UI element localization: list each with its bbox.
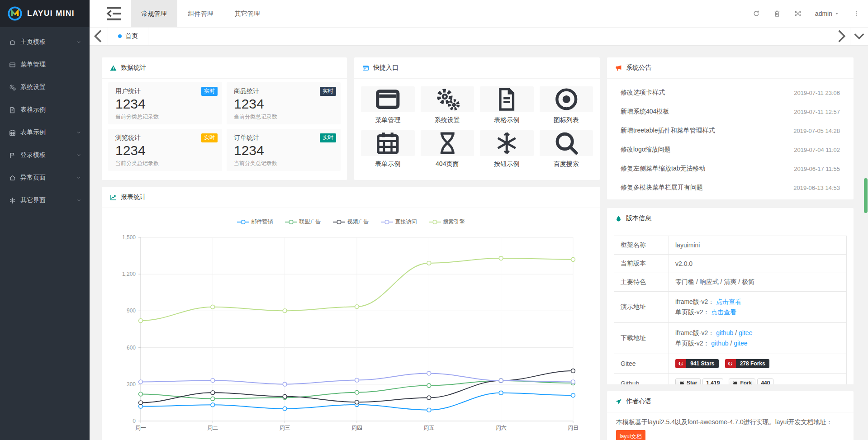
github-badge[interactable]: Fork440 <box>729 378 773 384</box>
stat-label: 浏览统计 <box>115 134 215 142</box>
gitee-badge[interactable]: G941 Stars <box>675 359 719 368</box>
chart-legend: 邮件营销联盟广告视频广告直接访问搜索引擎 <box>102 218 600 226</box>
card-data-stats-header: 数据统计 <box>102 57 347 79</box>
more-vertical-icon <box>853 10 860 17</box>
card-report-header: 报表统计 <box>102 187 600 208</box>
shortcuts-grid: 菜单管理系统设置表格示例图标列表表单示例404页面按钮示例百度搜索 <box>354 79 600 176</box>
shortcut-2[interactable]: 表格示例 <box>480 86 534 124</box>
chevron-down-icon <box>76 198 81 203</box>
tabs-scroll-left-button[interactable] <box>90 27 108 45</box>
sidebar-item-0[interactable]: 主页模板 <box>0 31 90 53</box>
announcement-row[interactable]: 修复左侧菜单缩放tab无法移动2019-06-17 11:55 <box>607 159 854 178</box>
svg-text:周三: 周三 <box>280 425 290 431</box>
tabs-scroll-right-button[interactable] <box>832 27 850 45</box>
tab-home[interactable]: 首页 <box>108 27 148 45</box>
svg-text:周五: 周五 <box>423 425 434 431</box>
more-options-icon[interactable] <box>853 10 860 17</box>
shortcut-label: 表单示例 <box>361 160 415 168</box>
link[interactable]: github <box>716 329 733 336</box>
link[interactable]: 点击查看 <box>711 308 736 316</box>
stat-box-0[interactable]: 用户统计1234当前分类总记录数实时 <box>108 82 222 124</box>
link[interactable]: gitee <box>734 340 747 347</box>
legend-item-1[interactable]: 联盟广告 <box>285 218 321 226</box>
sidebar-item-5[interactable]: 登录模板 <box>0 144 90 166</box>
chevron-down-icon <box>76 175 81 180</box>
shortcut-6[interactable]: 按钮示例 <box>480 130 534 168</box>
legend-item-0[interactable]: 邮件营销 <box>237 218 273 226</box>
link[interactable]: gitee <box>739 329 752 336</box>
shortcut-1[interactable]: 系统设置 <box>421 86 474 124</box>
sidebar-item-label: 其它界面 <box>20 196 46 204</box>
legend-item-3[interactable]: 直接访问 <box>381 218 417 226</box>
version-label: 当前版本 <box>614 255 669 273</box>
announcement-row[interactable]: 新增系统404模板2019-07-11 12:57 <box>607 102 854 121</box>
stat-box-3[interactable]: 订单统计1234当前分类总记录数实时 <box>227 129 341 171</box>
panel-icon <box>362 65 369 71</box>
svg-text:周四: 周四 <box>351 425 362 431</box>
dotcircle-icon <box>540 86 593 112</box>
sidebar-item-3[interactable]: 表格示例 <box>0 99 90 121</box>
shortcut-4[interactable]: 表单示例 <box>361 130 415 168</box>
announcement-text: 新增系统404模板 <box>621 108 669 116</box>
announcement-time: 2019-07-04 11:02 <box>794 147 840 153</box>
brand-logo[interactable]: LAYUI MINI <box>0 0 90 27</box>
legend-item-2[interactable]: 视频广告 <box>333 218 369 226</box>
clear-cache-icon[interactable] <box>773 10 781 17</box>
legend-marker-icon <box>285 219 297 225</box>
version-table-row: 演示地址iframe版-v2： 点击查看单页版-v2： 点击查看 <box>614 292 847 323</box>
header-tab-0[interactable]: 常规管理 <box>131 0 177 27</box>
link[interactable]: 点击查看 <box>716 298 741 305</box>
content-scrollbar[interactable] <box>863 45 868 440</box>
stat-desc: 当前分类总记录数 <box>115 113 215 121</box>
paper-plane-icon <box>615 398 622 405</box>
shortcut-3[interactable]: 图标列表 <box>540 86 593 124</box>
card-title: 作者心语 <box>626 397 651 406</box>
header-actions: admin <box>753 0 860 27</box>
announcement-row[interactable]: 修改选项卡样式2019-07-11 23:06 <box>607 83 854 102</box>
card-version-header: 版本信息 <box>607 208 854 229</box>
report-line-chart[interactable]: 03006009001,2001,500周一周二周三周四周五周六周日 <box>102 208 599 440</box>
sidebar-item-1[interactable]: 菜单管理 <box>0 53 90 76</box>
fullscreen-icon[interactable] <box>794 10 802 17</box>
sidebar-item-2[interactable]: 系统设置 <box>0 76 90 99</box>
shortcut-7[interactable]: 百度搜索 <box>540 130 593 168</box>
announcement-row[interactable]: 修改logo缩放问题2019-07-04 11:02 <box>607 140 854 159</box>
sidebar-item-label: 菜单管理 <box>20 61 46 69</box>
version-value: layuimini <box>675 241 700 249</box>
announcement-text: 修复左侧菜单缩放tab无法移动 <box>621 165 705 173</box>
hourglass-icon <box>421 130 474 156</box>
gears-icon <box>9 84 16 91</box>
author-line1: 本模板基于layui2.5.4以及font-awesome-4.7.0进行实现。… <box>616 417 844 427</box>
sidebar-item-4[interactable]: 表单示例 <box>0 121 90 144</box>
layui-doc-badge[interactable]: layui文档 <box>616 430 645 440</box>
scrollbar-thumb[interactable] <box>864 178 868 213</box>
link[interactable]: github <box>711 340 728 347</box>
sidebar-collapse-button[interactable] <box>104 0 124 27</box>
refresh-icon[interactable] <box>753 10 760 17</box>
shortcut-0[interactable]: 菜单管理 <box>361 86 415 124</box>
stat-value: 1234 <box>234 143 333 159</box>
legend-item-4[interactable]: 搜索引擎 <box>429 218 465 226</box>
gitee-badge[interactable]: G278 Forks <box>725 359 769 368</box>
fullscreen-icon <box>794 10 802 17</box>
announcement-row[interactable]: 新增treetable插件和菜单管理样式2019-07-05 14:28 <box>607 121 854 140</box>
announcement-time: 2019-07-11 12:57 <box>794 109 840 115</box>
snowflake-icon <box>9 197 16 204</box>
version-value: v2.0.0 <box>675 260 693 267</box>
header-tab-2[interactable]: 其它管理 <box>224 0 270 27</box>
stat-box-2[interactable]: 浏览统计1234当前分类总记录数实时 <box>108 129 222 171</box>
version-cell: layuimini <box>669 236 847 255</box>
announcement-time: 2019-06-13 14:53 <box>793 185 840 191</box>
stat-box-1[interactable]: 商品统计1234当前分类总记录数实时 <box>227 82 341 124</box>
sidebar-item-7[interactable]: 其它界面 <box>0 189 90 212</box>
header-tab-1[interactable]: 组件管理 <box>177 0 224 27</box>
user-menu[interactable]: admin <box>815 10 840 17</box>
refresh-icon <box>753 10 760 17</box>
line-chart-icon <box>110 194 117 201</box>
github-badge[interactable]: Star1,419 <box>675 378 723 384</box>
shortcut-5[interactable]: 404页面 <box>421 130 474 168</box>
announcement-row[interactable]: 修复多模块菜单栏展开有问题2019-06-13 14:53 <box>607 178 854 197</box>
tabs-menu-button[interactable] <box>850 27 868 45</box>
sidebar-item-6[interactable]: 异常页面 <box>0 166 90 189</box>
svg-text:0: 0 <box>133 418 136 424</box>
